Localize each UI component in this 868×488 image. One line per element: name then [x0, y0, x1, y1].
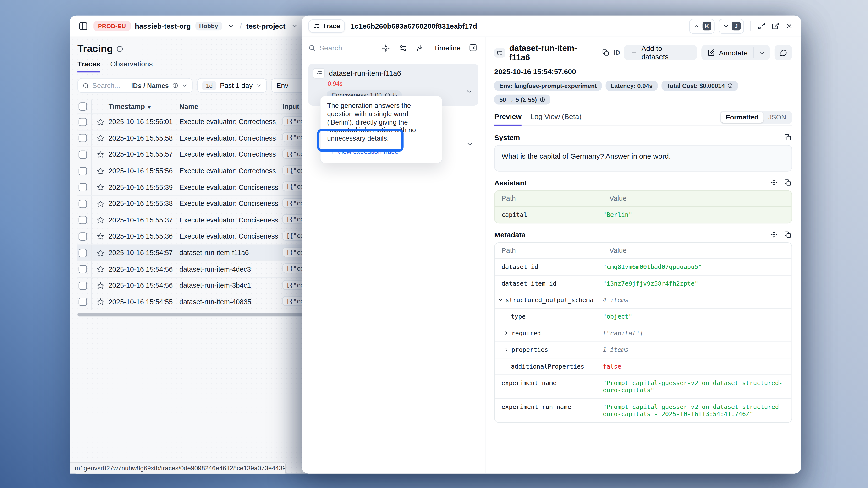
- column-name[interactable]: Name: [179, 102, 281, 110]
- metric-badge: Env: langfuse-prompt-experiment: [494, 81, 601, 91]
- star-icon[interactable]: [92, 167, 108, 174]
- copy-icon[interactable]: [783, 178, 792, 187]
- expand-chevron-icon[interactable]: [504, 330, 509, 336]
- row-timestamp: 2025-10-16 15:55:37: [108, 216, 179, 224]
- select-all-checkbox[interactable]: [79, 102, 87, 111]
- row-timestamp: 2025-10-16 15:54:56: [108, 265, 179, 273]
- expand-chevron-icon[interactable]: [504, 347, 509, 353]
- unfold-vertical-icon[interactable]: [770, 178, 778, 187]
- project-name[interactable]: test-project: [246, 22, 285, 30]
- comments-button[interactable]: [775, 45, 792, 61]
- add-to-datasets-button[interactable]: Add to datasets: [624, 45, 697, 61]
- row-checkbox[interactable]: [79, 282, 87, 290]
- sidebar-toggle-icon[interactable]: [78, 20, 89, 32]
- time-range-label: Past 1 day: [220, 82, 253, 89]
- row-checkbox[interactable]: [79, 200, 87, 208]
- kv-path: type: [511, 313, 526, 320]
- star-icon[interactable]: [92, 217, 108, 224]
- open-external-icon[interactable]: [771, 21, 781, 31]
- column-timestamp[interactable]: Timestamp ▼: [108, 102, 179, 110]
- toggle-formatted[interactable]: Formatted: [721, 112, 763, 123]
- star-icon[interactable]: [92, 249, 108, 256]
- row-checkbox[interactable]: [79, 167, 87, 175]
- row-checkbox[interactable]: [79, 232, 87, 241]
- panel-collapse-icon[interactable]: [468, 42, 478, 53]
- metric-badge: Total Cost: $0.00014: [661, 81, 738, 91]
- star-icon[interactable]: [92, 282, 108, 289]
- breadcrumb-separator: /: [240, 22, 242, 30]
- search-scope-chevron-icon[interactable]: [182, 83, 187, 89]
- org-name[interactable]: hassieb-test-org: [135, 22, 191, 30]
- time-range-button[interactable]: 1d Past 1 day: [197, 78, 267, 93]
- star-icon[interactable]: [92, 118, 108, 126]
- toggle-json[interactable]: JSON: [763, 112, 791, 123]
- collapse-chevron-icon[interactable]: [466, 88, 473, 95]
- plan-badge: Hobby: [195, 22, 222, 30]
- expand-chevron-icon[interactable]: [498, 297, 503, 302]
- comment-bubble-icon: [780, 49, 787, 56]
- tree-search-input[interactable]: Search: [308, 44, 342, 52]
- row-checkbox[interactable]: [79, 118, 87, 126]
- timeline-toggle[interactable]: Timeline: [434, 44, 461, 52]
- kv-path: additionalProperties: [511, 363, 584, 370]
- row-checkbox[interactable]: [79, 183, 87, 192]
- tab-observations[interactable]: Observations: [110, 60, 153, 72]
- tab-traces[interactable]: Traces: [78, 60, 100, 72]
- value-header: Value: [610, 247, 792, 255]
- copy-icon[interactable]: [601, 48, 610, 57]
- expand-icon[interactable]: [757, 21, 767, 31]
- row-checkbox[interactable]: [79, 216, 87, 224]
- download-icon[interactable]: [415, 43, 425, 53]
- row-checkbox[interactable]: [79, 298, 87, 306]
- assistant-section: Assistant Path Va: [494, 176, 792, 224]
- row-timestamp: 2025-10-16 15:54:57: [108, 249, 179, 257]
- row-checkbox[interactable]: [79, 249, 87, 257]
- list-tree-icon: [313, 23, 320, 29]
- row-checkbox[interactable]: [79, 151, 87, 159]
- detail-tabs: Preview Log View (Beta) Formatted JSON: [494, 111, 792, 126]
- annotate-button[interactable]: Annotate: [702, 45, 754, 61]
- row-name: dataset-run-item-3b4c1: [179, 282, 281, 289]
- row-name: Execute evaluator: Conciseness: [179, 232, 281, 240]
- metadata-section: Metadata Path Val: [494, 228, 792, 423]
- star-icon[interactable]: [92, 135, 108, 142]
- project-chevron-down-icon[interactable]: [290, 22, 299, 30]
- tree-search-placeholder: Search: [319, 44, 342, 52]
- kv-path: dataset_id: [501, 263, 538, 270]
- annotate-dropdown-chevron[interactable]: [754, 45, 770, 61]
- copy-icon[interactable]: [783, 230, 792, 239]
- trace-node-icon: [494, 48, 505, 57]
- star-icon[interactable]: [92, 233, 108, 240]
- kv-path: dataset_item_id: [501, 280, 556, 287]
- collapse-chevron-icon-2[interactable]: [466, 140, 473, 148]
- star-icon[interactable]: [92, 184, 108, 191]
- kv-value: "i3nz7e9jfjv9z58r4fh2zpte": [603, 280, 792, 287]
- nav-up-button[interactable]: K: [689, 19, 714, 34]
- row-name: Execute evaluator: Conciseness: [179, 184, 281, 191]
- close-icon[interactable]: [784, 21, 794, 31]
- search-input[interactable]: Search... IDs / Names: [78, 78, 193, 93]
- view-execution-trace-link[interactable]: View execution trace: [327, 148, 435, 155]
- fold-vertical-icon[interactable]: [381, 43, 391, 53]
- kv-row: dataset_id "cmg81vm6m001bad07gpuoapu5": [495, 259, 792, 275]
- nav-down-button[interactable]: J: [718, 19, 744, 34]
- star-icon[interactable]: [92, 266, 108, 273]
- org-chevron-down-icon[interactable]: [226, 22, 235, 30]
- star-icon[interactable]: [92, 298, 108, 306]
- search-scope-label[interactable]: IDs / Names: [131, 82, 169, 89]
- tab-preview[interactable]: Preview: [494, 112, 522, 126]
- copy-icon[interactable]: [783, 133, 792, 142]
- settings-sliders-icon[interactable]: [398, 43, 408, 53]
- star-icon[interactable]: [92, 200, 108, 207]
- id-label[interactable]: ID: [614, 49, 620, 56]
- star-icon[interactable]: [92, 151, 108, 158]
- row-timestamp: 2025-10-16 15:55:58: [108, 134, 179, 142]
- row-checkbox[interactable]: [79, 265, 87, 273]
- metric-badges: Env: langfuse-prompt-experimentLatency: …: [494, 81, 792, 105]
- row-checkbox[interactable]: [79, 134, 87, 142]
- path-header: Path: [501, 195, 609, 202]
- search-placeholder: Search...: [93, 82, 128, 89]
- info-icon: [540, 97, 545, 102]
- unfold-vertical-icon[interactable]: [770, 230, 778, 239]
- tab-log-view[interactable]: Log View (Beta): [530, 112, 582, 126]
